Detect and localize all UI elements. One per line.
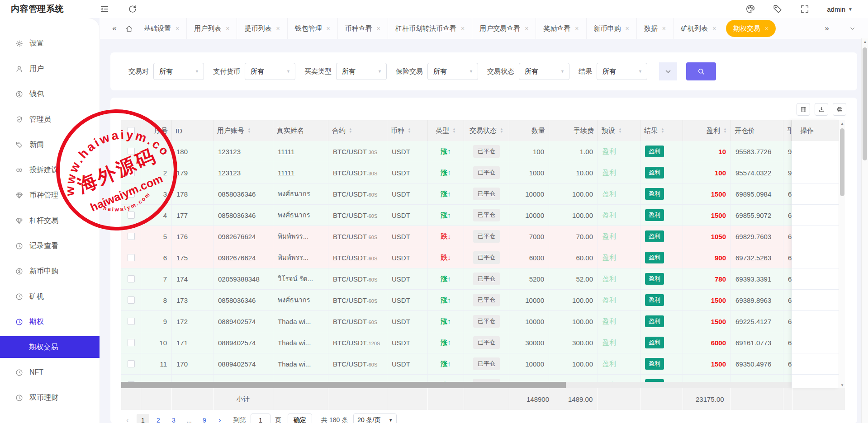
action-cell[interactable]: [792, 268, 839, 290]
scroll-down-arrow-icon[interactable]: ▼: [839, 382, 845, 388]
sidebar-item-10[interactable]: 新币申购: [0, 258, 100, 284]
tab-用户交易查看[interactable]: 用户交易查看×: [472, 18, 536, 39]
scroll-up-arrow-icon[interactable]: ▲: [839, 120, 845, 127]
fullscreen-icon[interactable]: [800, 4, 810, 14]
tag-icon[interactable]: [773, 4, 783, 14]
sort-icon[interactable]: ▲▼: [247, 128, 251, 133]
row-checkbox[interactable]: [128, 233, 135, 240]
tab-币种查看[interactable]: 币种查看×: [337, 18, 388, 39]
page-scrollbar-thumb[interactable]: [863, 47, 867, 160]
filter-select-买卖类型[interactable]: 所有▼: [336, 63, 387, 80]
sidebar-item-14[interactable]: 双币理财: [0, 385, 100, 410]
sort-icon[interactable]: ▲▼: [500, 128, 503, 133]
filter-select-保险交易[interactable]: 所有▼: [427, 63, 478, 80]
refresh-icon[interactable]: [128, 4, 138, 14]
row-checkbox[interactable]: [128, 275, 135, 282]
expand-filters-button[interactable]: [659, 62, 677, 80]
vertical-scrollbar-thumb[interactable]: [840, 128, 844, 196]
sidebar-item-12[interactable]: 期权: [0, 309, 100, 334]
page-size-select[interactable]: 20 条/页▼: [353, 414, 397, 423]
row-checkbox[interactable]: [128, 254, 135, 261]
sidebar-item-11[interactable]: 矿机: [0, 284, 100, 309]
action-cell[interactable]: [792, 375, 839, 388]
tab-矿机列表[interactable]: 矿机列表×: [673, 18, 723, 39]
column-header-预设[interactable]: 预设▲▼: [598, 120, 640, 141]
row-checkbox[interactable]: [128, 360, 135, 367]
row-checkbox[interactable]: [128, 296, 135, 304]
close-icon[interactable]: ×: [461, 25, 465, 32]
tab-提币列表[interactable]: 提币列表×: [237, 18, 287, 39]
sidebar-item-6[interactable]: 投拆建议: [0, 157, 100, 183]
row-checkbox[interactable]: [128, 169, 135, 176]
action-cell[interactable]: [792, 332, 839, 353]
close-icon[interactable]: ×: [662, 25, 666, 32]
column-header-交易状态[interactable]: 交易状态▲▼: [464, 120, 509, 141]
sort-icon[interactable]: ▲▼: [452, 128, 456, 133]
home-tab-button[interactable]: [121, 22, 137, 35]
tab-奖励查看[interactable]: 奖励查看×: [536, 18, 586, 39]
sort-icon[interactable]: ▲▼: [661, 128, 664, 133]
collapse-sidebar-icon[interactable]: [100, 4, 109, 14]
row-checkbox[interactable]: [128, 212, 135, 219]
sidebar-item-7[interactable]: 币种管理: [0, 183, 100, 208]
print-button[interactable]: [833, 103, 846, 116]
close-icon[interactable]: ×: [626, 25, 629, 32]
tab-杠杆币划转法币查看[interactable]: 杠杆币划转法币查看×: [388, 18, 472, 39]
tab-用户列表[interactable]: 用户列表×: [186, 18, 237, 39]
action-cell[interactable]: [792, 311, 839, 332]
column-header-类型[interactable]: 类型▲▼: [428, 120, 464, 141]
sidebar-item-1[interactable]: 设置: [0, 31, 100, 56]
tabs-scroll-right-button[interactable]: »: [820, 22, 834, 35]
tab-基础设置[interactable]: 基础设置×: [137, 18, 186, 39]
prev-page-button[interactable]: ‹: [121, 414, 134, 423]
close-icon[interactable]: ×: [525, 25, 528, 32]
column-header-合约[interactable]: 合约▲▼: [328, 120, 387, 141]
tab-数据[interactable]: 数据×: [636, 18, 673, 39]
sidebar-item-3[interactable]: 钱包: [0, 81, 100, 107]
column-header-结果[interactable]: 结果▲▼: [640, 120, 683, 141]
column-header-币种[interactable]: 币种▲▼: [387, 120, 428, 141]
sort-icon[interactable]: ▲▼: [349, 128, 352, 133]
row-checkbox[interactable]: [128, 318, 135, 325]
tab-期权交易[interactable]: 期权交易×: [726, 20, 776, 37]
confirm-button[interactable]: 确定: [288, 414, 312, 423]
action-cell[interactable]: [792, 183, 839, 205]
columns-grid-button[interactable]: [797, 103, 810, 116]
tab-新币申购[interactable]: 新币申购×: [586, 18, 636, 39]
row-checkbox[interactable]: [128, 148, 135, 155]
sidebar-item-9[interactable]: 记录查看: [0, 233, 100, 258]
close-icon[interactable]: ×: [765, 25, 768, 32]
close-icon[interactable]: ×: [712, 25, 716, 32]
action-cell[interactable]: [792, 353, 839, 375]
goto-page-input[interactable]: 1: [251, 414, 270, 423]
column-header-用户账号[interactable]: 用户账号▲▼: [213, 120, 273, 141]
filter-select-交易状态[interactable]: 所有▼: [519, 63, 569, 80]
sort-icon[interactable]: ▲▼: [408, 128, 411, 133]
sort-icon[interactable]: ▲▼: [723, 128, 727, 133]
action-cell[interactable]: [792, 162, 839, 183]
scroll-up-arrow-icon[interactable]: ▲: [862, 38, 868, 45]
page-button-2[interactable]: 2: [152, 414, 165, 423]
select-all-checkbox[interactable]: [128, 127, 135, 134]
sidebar-item-8[interactable]: 杠杆交易: [0, 208, 100, 233]
close-icon[interactable]: ×: [575, 25, 579, 32]
sidebar-item-5[interactable]: 新闻: [0, 132, 100, 157]
tabs-menu-button[interactable]: [845, 22, 859, 35]
page-button-3[interactable]: 3: [167, 414, 180, 423]
export-download-button[interactable]: [815, 103, 828, 116]
search-button[interactable]: [686, 62, 716, 80]
row-checkbox[interactable]: [128, 190, 135, 197]
sidebar-item-13[interactable]: NFT: [0, 360, 100, 385]
horizontal-scrollbar[interactable]: ▶: [121, 382, 839, 388]
close-icon[interactable]: ×: [276, 25, 280, 32]
action-cell[interactable]: [792, 205, 839, 226]
theme-palette-icon[interactable]: [745, 4, 755, 14]
page-scrollbar[interactable]: ▲: [861, 38, 868, 423]
admin-menu[interactable]: admin ▼: [827, 5, 853, 13]
action-cell[interactable]: [792, 290, 839, 311]
close-icon[interactable]: ×: [377, 25, 380, 32]
tab-钱包管理[interactable]: 钱包管理×: [287, 18, 337, 39]
next-page-button[interactable]: ›: [213, 414, 226, 423]
action-cell[interactable]: [792, 247, 839, 268]
row-checkbox[interactable]: [128, 339, 135, 346]
